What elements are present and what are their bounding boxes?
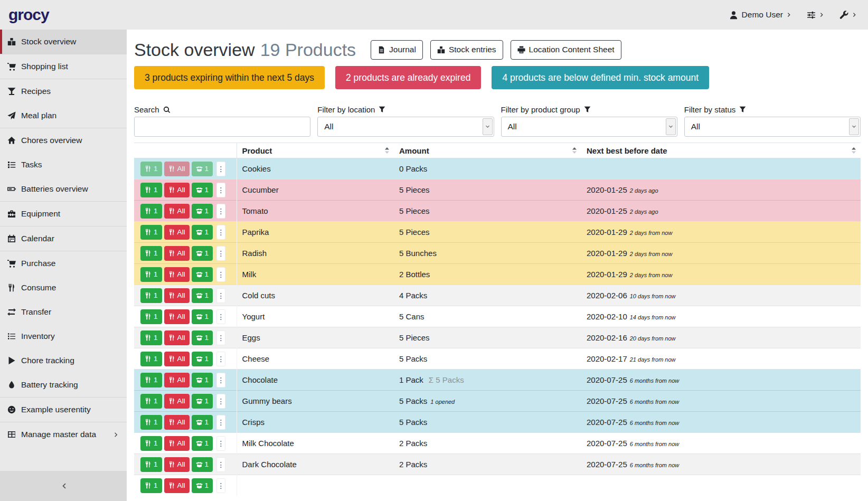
sidebar-item-equipment[interactable]: Equipment (0, 202, 127, 226)
open-one-button[interactable]: 1 (192, 415, 213, 430)
consume-all-button[interactable]: All (164, 478, 190, 493)
sidebar-item-recipes[interactable]: Recipes (0, 79, 127, 103)
open-one-button[interactable]: 1 (192, 436, 213, 451)
sidebar-item-inventory[interactable]: Inventory (0, 324, 127, 348)
user-menu[interactable]: Demo User (729, 10, 792, 20)
consume-all-button[interactable]: All (164, 204, 190, 219)
open-one-button[interactable]: 1 (192, 204, 213, 219)
settings-menu[interactable] (807, 11, 825, 20)
consume-one-button[interactable]: 1 (140, 394, 162, 409)
consume-all-button[interactable]: All (164, 225, 190, 240)
journal-button[interactable]: Journal (371, 40, 423, 60)
consume-one-button[interactable]: 1 (140, 246, 162, 261)
sidebar-item-tasks[interactable]: Tasks (0, 153, 127, 177)
row-menu-button[interactable]: ⋮ (216, 457, 225, 472)
consume-all-button[interactable]: All (164, 183, 190, 197)
consume-all-button[interactable]: All (164, 309, 190, 324)
consume-all-button[interactable]: All (164, 394, 190, 409)
sidebar-collapse-button[interactable] (0, 471, 127, 501)
consume-one-button[interactable]: 1 (140, 288, 162, 303)
location-content-sheet-button[interactable]: Location Content Sheet (511, 40, 621, 60)
status-banner[interactable]: 4 products are below defined min. stock … (492, 66, 709, 89)
sidebar-item-chore-tracking[interactable]: Chore tracking (0, 348, 127, 373)
open-one-button[interactable]: 1 (192, 394, 213, 409)
open-one-button[interactable]: 1 (192, 352, 213, 366)
open-one-button[interactable]: 1 (192, 225, 213, 240)
row-menu-button[interactable]: ⋮ (216, 415, 225, 430)
open-one-button[interactable]: 1 (192, 330, 213, 345)
stock-entries-button[interactable]: Stock entries (430, 40, 503, 60)
row-menu-button[interactable]: ⋮ (216, 478, 225, 493)
location-filter-select[interactable]: All (317, 117, 494, 137)
row-menu-button[interactable]: ⋮ (216, 225, 225, 240)
open-one-button[interactable]: 1 (192, 309, 213, 324)
sidebar-item-shopping-list[interactable]: Shopping list (0, 54, 127, 79)
column-header-best-before[interactable]: Next best before date (581, 143, 861, 158)
sidebar-item-calendar[interactable]: Calendar (0, 226, 127, 251)
sidebar-item-batteries-overview[interactable]: Batteries overview (0, 177, 127, 201)
consume-all-button[interactable]: All (164, 330, 190, 345)
row-menu-button[interactable]: ⋮ (216, 330, 225, 345)
sidebar-item-battery-tracking[interactable]: Battery tracking (0, 373, 127, 397)
row-menu-button[interactable]: ⋮ (216, 162, 225, 176)
ellipsis-v-icon: ⋮ (218, 482, 225, 489)
status-filter-select[interactable]: All (684, 117, 861, 137)
product-group-filter-select[interactable]: All (501, 117, 677, 137)
consume-one-button[interactable]: 1 (140, 352, 162, 366)
status-banner[interactable]: 2 products are already expired (335, 66, 481, 89)
consume-all-button[interactable]: All (164, 415, 190, 430)
sidebar-item-chores-overview[interactable]: Chores overview (0, 128, 127, 153)
consume-one-button[interactable]: 1 (140, 183, 162, 197)
row-menu-button[interactable]: ⋮ (216, 309, 225, 324)
sidebar-item-consume[interactable]: Consume (0, 276, 127, 300)
sidebar-item-purchase[interactable]: Purchase (0, 251, 127, 276)
consume-all-button[interactable]: All (164, 288, 190, 303)
row-menu-button[interactable]: ⋮ (216, 288, 225, 303)
row-menu-button[interactable]: ⋮ (216, 373, 225, 387)
open-one-button[interactable]: 1 (192, 288, 213, 303)
consume-one-button[interactable]: 1 (140, 204, 162, 219)
consume-all-button[interactable]: All (164, 246, 190, 261)
open-one-button[interactable]: 1 (192, 373, 213, 387)
sidebar-item-transfer[interactable]: Transfer (0, 300, 127, 324)
column-header-amount[interactable]: Amount (394, 143, 581, 158)
open-one-button[interactable]: 1 (192, 246, 213, 261)
admin-menu[interactable] (839, 11, 857, 20)
row-menu-button[interactable]: ⋮ (216, 267, 225, 282)
open-one-button[interactable]: 1 (192, 478, 213, 493)
sidebar-item-stock-overview[interactable]: Stock overview (0, 30, 127, 54)
row-menu-button[interactable]: ⋮ (216, 183, 225, 197)
consume-all-button[interactable]: All (164, 352, 190, 366)
consume-all-button[interactable]: All (164, 457, 190, 472)
consume-one-button[interactable]: 1 (140, 162, 162, 176)
consume-all-button[interactable]: All (164, 373, 190, 387)
consume-one-button[interactable]: 1 (140, 373, 162, 387)
consume-one-button[interactable]: 1 (140, 330, 162, 345)
consume-all-button[interactable]: All (164, 267, 190, 282)
row-menu-button[interactable]: ⋮ (216, 394, 225, 409)
open-one-button[interactable]: 1 (192, 162, 213, 176)
open-one-button[interactable]: 1 (192, 267, 213, 282)
consume-all-button[interactable]: All (164, 436, 190, 451)
row-menu-button[interactable]: ⋮ (216, 246, 225, 261)
consume-one-button[interactable]: 1 (140, 436, 162, 451)
sidebar-item-example-userentity[interactable]: Example userentity (0, 398, 127, 422)
consume-one-button[interactable]: 1 (140, 225, 162, 240)
sidebar-item-meal-plan[interactable]: Meal plan (0, 103, 127, 128)
open-one-button[interactable]: 1 (192, 457, 213, 472)
app-logo[interactable]: grocy (8, 7, 49, 23)
row-menu-button[interactable]: ⋮ (216, 436, 225, 451)
consume-one-button[interactable]: 1 (140, 457, 162, 472)
consume-one-button[interactable]: 1 (140, 267, 162, 282)
consume-one-button[interactable]: 1 (140, 415, 162, 430)
consume-one-button[interactable]: 1 (140, 309, 162, 324)
search-input[interactable] (134, 117, 310, 137)
sidebar-item-manage-master-data[interactable]: Manage master data (0, 422, 127, 447)
open-one-button[interactable]: 1 (192, 183, 213, 197)
consume-all-button[interactable]: All (164, 162, 190, 176)
status-banner[interactable]: 3 products expiring within the next 5 da… (134, 66, 325, 89)
column-header-product[interactable]: Product (237, 143, 394, 158)
row-menu-button[interactable]: ⋮ (216, 204, 225, 219)
consume-one-button[interactable]: 1 (140, 478, 162, 493)
row-menu-button[interactable]: ⋮ (216, 352, 225, 366)
